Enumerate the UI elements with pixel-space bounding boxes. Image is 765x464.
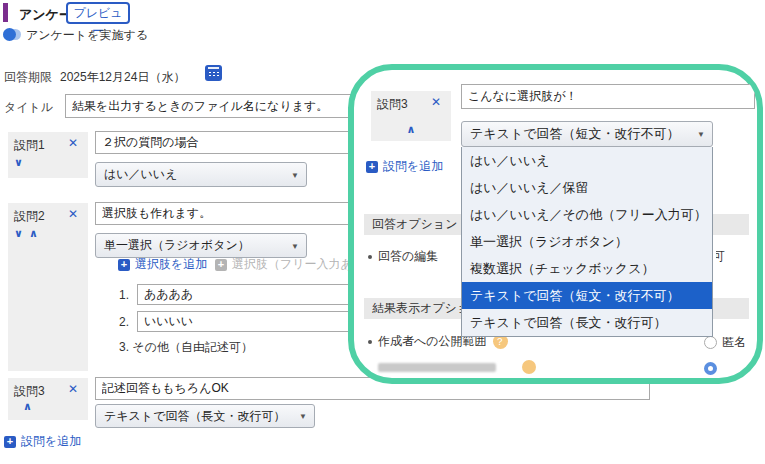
help-icon bbox=[522, 360, 536, 374]
question3-header-box: 設問3 ✕ ∧ bbox=[8, 378, 88, 420]
survey-enable-label: アンケートを実施する bbox=[26, 27, 148, 44]
question1-label: 設問1 bbox=[14, 137, 45, 154]
question3-type-select[interactable]: テキストで回答（長文・改行可） ▼ bbox=[95, 404, 315, 428]
question2-close-icon[interactable]: ✕ bbox=[68, 207, 78, 221]
overlay-question-type-value: テキストで回答（短文・改行不可） bbox=[470, 125, 680, 143]
add-choice-label: 選択肢を追加 bbox=[135, 256, 207, 273]
bullet-dot bbox=[368, 340, 372, 344]
clipped-row-text-placeholder bbox=[378, 363, 496, 372]
choice1-number: 1. bbox=[119, 288, 129, 302]
title-accent-bar bbox=[3, 3, 8, 22]
choice3-text: 3. その他（自由記述可） bbox=[119, 339, 253, 356]
zoom-callout-content: 設問3 ✕ ∧ テキストで回答（短文・改行不可） ▼ 設問を追加 回答オプション… bbox=[354, 70, 757, 378]
calendar-icon[interactable] bbox=[205, 65, 222, 81]
choice2-number: 2. bbox=[119, 315, 129, 329]
plus-icon bbox=[366, 161, 378, 173]
radio-icon[interactable] bbox=[704, 336, 717, 349]
overlay-question3-move-up-icon[interactable]: ∧ bbox=[371, 123, 451, 136]
question3-move-up-icon[interactable]: ∧ bbox=[23, 400, 32, 413]
toggle-knob bbox=[3, 28, 16, 41]
select-arrow-icon: ▼ bbox=[697, 130, 705, 139]
question1-type-value: はい／いいえ bbox=[104, 166, 177, 183]
dropdown-option[interactable]: 複数選択（チェックボックス） bbox=[462, 255, 712, 282]
question1-type-select[interactable]: はい／いいえ ▼ bbox=[95, 162, 307, 187]
survey-editor-page: アンケート プレビュー アンケートを実施する 回答期限 2025年12月24日（… bbox=[0, 0, 765, 464]
question2-move-down-icon[interactable]: ∨ bbox=[14, 227, 23, 240]
dropdown-option-selected[interactable]: テキストで回答（短文・改行不可） bbox=[462, 282, 712, 309]
select-arrow-icon: ▼ bbox=[291, 170, 299, 179]
question2-move-up-icon[interactable]: ∧ bbox=[29, 227, 38, 240]
question1-close-icon[interactable]: ✕ bbox=[68, 136, 78, 150]
deadline-value: 2025年12月24日（水） bbox=[60, 69, 185, 86]
question-type-dropdown-list: はい／いいえ はい／いいえ／保留 はい／いいえ／その他（フリー入力可） 単一選択… bbox=[461, 147, 713, 337]
radio-icon bbox=[704, 362, 717, 375]
dropdown-option[interactable]: はい／いいえ／その他（フリー入力可） bbox=[462, 201, 712, 228]
zoom-callout-panel: 設問3 ✕ ∧ テキストで回答（短文・改行不可） ▼ 設問を追加 回答オプション… bbox=[348, 64, 763, 384]
question3-label: 設問3 bbox=[14, 383, 45, 400]
question3-type-value: テキストで回答（長文・改行可） bbox=[104, 408, 285, 425]
choice3-label: その他（自由記述可） bbox=[132, 340, 253, 354]
overlay-question3-close-icon[interactable]: ✕ bbox=[431, 95, 441, 109]
question2-type-select[interactable]: 単一選択（ラジオボタン） ▼ bbox=[95, 233, 307, 258]
preview-button[interactable]: プレビュー bbox=[66, 2, 130, 24]
question3-close-icon[interactable]: ✕ bbox=[68, 382, 78, 396]
overlay-question3-label: 設問3 bbox=[377, 96, 408, 113]
dropdown-option[interactable]: 単一選択（ラジオボタン） bbox=[462, 228, 712, 255]
bullet-dot bbox=[368, 255, 372, 259]
answer-edit-label: 回答の編集 bbox=[378, 248, 438, 265]
plus-icon bbox=[215, 259, 227, 271]
dropdown-option[interactable]: テキストで回答（長文・改行可） bbox=[462, 309, 712, 336]
anonymous-label: 匿名 bbox=[722, 334, 746, 351]
question2-label: 設問2 bbox=[14, 208, 45, 225]
dropdown-option[interactable]: はい／いいえ bbox=[462, 147, 712, 174]
plus-icon bbox=[118, 259, 130, 271]
answer-option-text-fragment: 可 bbox=[713, 248, 725, 265]
add-choice-button[interactable]: 選択肢を追加 bbox=[118, 256, 207, 273]
dropdown-option[interactable]: はい／いいえ／保留 bbox=[462, 174, 712, 201]
overlay-question3-text-input[interactable] bbox=[461, 84, 755, 109]
deadline-label: 回答期限 bbox=[4, 69, 52, 86]
question1-move-down-icon[interactable]: ∨ bbox=[14, 156, 23, 169]
overlay-question-type-select[interactable]: テキストで回答（短文・改行不可） ▼ bbox=[461, 121, 713, 147]
overlay-add-question-label: 設問を追加 bbox=[383, 158, 443, 175]
select-arrow-icon: ▼ bbox=[299, 412, 307, 421]
answer-edit-bullet: 回答の編集 bbox=[368, 248, 438, 265]
add-question-label: 設問を追加 bbox=[21, 433, 81, 450]
question1-header-box: 設問1 ✕ ∨ bbox=[8, 132, 88, 178]
choice3-number: 3. bbox=[119, 340, 129, 354]
question2-header-box: 設問2 ✕ ∨ ∧ bbox=[8, 203, 88, 371]
survey-enable-toggle[interactable] bbox=[3, 29, 21, 40]
select-arrow-icon: ▼ bbox=[291, 241, 299, 250]
add-question-button[interactable]: 設問を追加 bbox=[4, 433, 81, 450]
overlay-add-question-button[interactable]: 設問を追加 bbox=[366, 158, 443, 175]
overlay-question3-header-box: 設問3 ✕ ∧ bbox=[371, 91, 451, 141]
survey-title-label: タイトル bbox=[4, 99, 53, 116]
question2-type-value: 単一選択（ラジオボタン） bbox=[104, 237, 250, 254]
plus-icon bbox=[4, 436, 16, 448]
